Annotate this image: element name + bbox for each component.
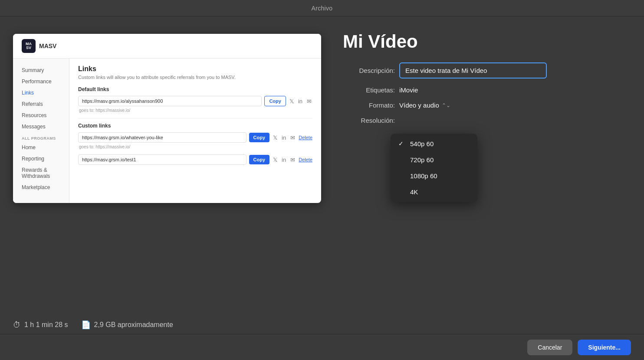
sidebar-section-label: ALL PROGRAMS	[17, 133, 65, 142]
custom-links-title: Custom links	[78, 123, 312, 129]
sidebar-item-messages[interactable]: Messages	[17, 121, 65, 132]
sidebar-item-summary[interactable]: Summary	[17, 65, 65, 75]
duration-text: 1 h 1 min 28 s	[24, 321, 68, 329]
custom-link1-goes-to: goes to: https://massive.io/	[79, 144, 312, 149]
resolution-dropdown[interactable]: 540p 60 720p 60 1080p 60 4K	[391, 134, 477, 202]
etiquetas-label: Etiquetas:	[343, 86, 395, 94]
resolucion-row: Resolución: 540p 60 720p 60 1080p 60 4K	[343, 117, 631, 124]
title-bar: Archivo	[0, 0, 644, 16]
twitter-icon-2[interactable]: 𝕏	[272, 134, 278, 142]
filesize-stat: 📄 2,9 GB aproximadamente	[81, 320, 173, 330]
sidebar-item-performance[interactable]: Performance	[17, 76, 65, 87]
formato-row: Formato: Vídeo y audio ⌃⌄	[343, 101, 631, 109]
masv-logo-box: MASV	[22, 39, 36, 53]
custom-link1-input[interactable]	[78, 132, 246, 143]
default-link-row: Copy 𝕏 in ✉	[78, 96, 312, 106]
bottom-bar: Cancelar Siguiente...	[0, 334, 644, 360]
masv-logo: MASV MASV	[22, 39, 56, 53]
custom-link2-input[interactable]	[78, 154, 246, 165]
default-links-title: Default links	[78, 86, 312, 92]
email-icon-3[interactable]: ✉	[289, 156, 296, 164]
default-goes-to: goes to: https://massive.io/	[79, 108, 312, 113]
masv-section-title: Links	[78, 65, 312, 73]
main-content: MASV MASV Summary Performance Links Refe…	[0, 16, 644, 334]
formato-arrow-icon: ⌃⌄	[442, 102, 450, 108]
email-icon-2[interactable]: ✉	[289, 134, 296, 142]
sidebar-item-rewards[interactable]: Rewards & Withdrawals	[17, 165, 65, 181]
linkedin-icon-2[interactable]: in	[281, 134, 287, 142]
etiquetas-value: iMovie	[399, 86, 418, 94]
resolution-option-720p60[interactable]: 720p 60	[391, 152, 477, 168]
separator	[78, 118, 312, 118]
custom-link2-copy-button[interactable]: Copy	[249, 155, 270, 164]
sidebar-item-home[interactable]: Home	[17, 142, 65, 153]
custom-link2-delete-button[interactable]: Delete	[299, 157, 312, 162]
masv-sidebar: Summary Performance Links Referrals Reso…	[13, 59, 69, 203]
default-copy-button[interactable]: Copy	[264, 96, 286, 106]
sidebar-item-referrals[interactable]: Referrals	[17, 99, 65, 109]
descripcion-label: Descripción:	[343, 67, 395, 74]
duration-icon: ⏱	[13, 321, 21, 330]
sidebar-item-marketplace[interactable]: Marketplace	[17, 182, 65, 193]
filesize-text: 2,9 GB aproximadamente	[94, 321, 173, 329]
duration-stat: ⏱ 1 h 1 min 28 s	[13, 321, 68, 330]
etiquetas-row: Etiquetas: iMovie	[343, 86, 631, 94]
twitter-icon[interactable]: 𝕏	[289, 97, 295, 105]
formato-value: Vídeo y audio	[399, 101, 439, 109]
sidebar-item-resources[interactable]: Resources	[17, 110, 65, 121]
formato-label: Formato:	[343, 101, 395, 109]
descripcion-row: Descripción:	[343, 62, 631, 79]
default-link-input[interactable]	[78, 96, 262, 106]
descripcion-input[interactable]	[399, 62, 547, 79]
masv-logo-name: MASV	[39, 43, 56, 49]
linkedin-icon[interactable]: in	[297, 97, 303, 105]
cancel-button[interactable]: Cancelar	[527, 340, 572, 355]
title-bar-text: Archivo	[312, 5, 333, 12]
masv-main-content: Links Custom links will allow you to att…	[69, 59, 321, 203]
linkedin-icon-3[interactable]: in	[281, 156, 287, 164]
custom-link2-row: Copy 𝕏 in ✉ Delete	[78, 154, 312, 165]
resolucion-label: Resolución:	[343, 117, 395, 124]
resolution-option-540p60[interactable]: 540p 60	[391, 136, 477, 152]
sidebar-item-links[interactable]: Links	[17, 88, 65, 98]
custom-link1-copy-button[interactable]: Copy	[249, 133, 270, 142]
formato-selector[interactable]: Vídeo y audio ⌃⌄	[399, 101, 450, 109]
masv-section-desc: Custom links will allow you to attribute…	[78, 75, 312, 80]
right-panel: Mi Vídeo Descripción: Etiquetas: iMovie …	[334, 25, 631, 132]
resolution-option-1080p60[interactable]: 1080p 60	[391, 168, 477, 184]
next-button[interactable]: Siguiente...	[578, 340, 631, 355]
email-icon[interactable]: ✉	[306, 97, 312, 105]
twitter-icon-3[interactable]: 𝕏	[272, 156, 278, 164]
screenshot-preview: MASV MASV Summary Performance Links Refe…	[13, 34, 321, 203]
video-title: Mi Vídeo	[343, 32, 631, 52]
masv-header: MASV MASV	[13, 34, 321, 59]
bottom-stats: ⏱ 1 h 1 min 28 s 📄 2,9 GB aproximadament…	[13, 320, 173, 330]
filesize-icon: 📄	[81, 320, 91, 330]
custom-link1-delete-button[interactable]: Delete	[299, 135, 312, 140]
masv-body: Summary Performance Links Referrals Reso…	[13, 59, 321, 203]
resolution-option-4k[interactable]: 4K	[391, 184, 477, 200]
sidebar-item-reporting[interactable]: Reporting	[17, 154, 65, 164]
custom-link1-row: Copy 𝕏 in ✉ Delete	[78, 132, 312, 143]
